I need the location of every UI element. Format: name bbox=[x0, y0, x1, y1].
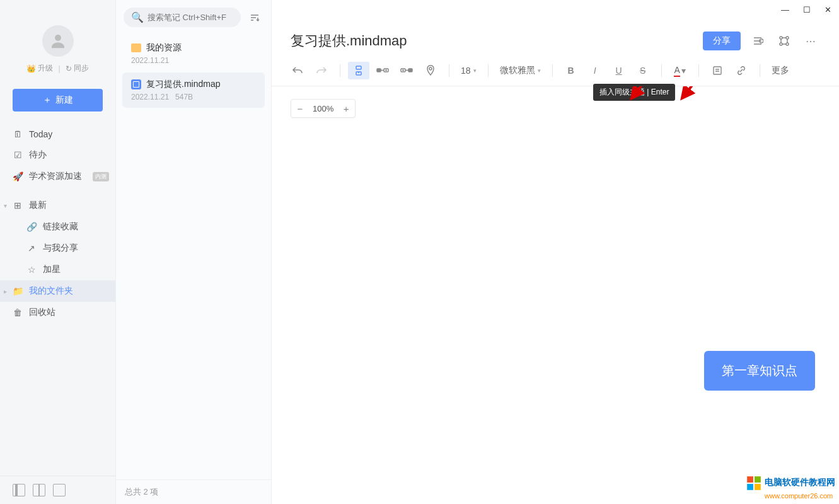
svg-point-12 bbox=[429, 67, 432, 70]
redo-button[interactable] bbox=[311, 62, 332, 79]
svg-rect-13 bbox=[714, 67, 721, 74]
file-item-folder[interactable]: 我的资源 2022.11.21 bbox=[122, 36, 265, 71]
zoom-level: 100% bbox=[309, 104, 337, 113]
nav-shared[interactable]: ↗与我分享 bbox=[0, 238, 115, 259]
grid-icon: ⊞ bbox=[13, 200, 23, 210]
nav-recent[interactable]: ▾⊞最新 bbox=[0, 195, 115, 216]
mindmap-root-node[interactable]: 第一章知识点 bbox=[704, 351, 815, 391]
graph-icon[interactable] bbox=[775, 32, 794, 50]
share-button[interactable]: 分享 bbox=[703, 32, 741, 50]
nav-my-folder[interactable]: ▸📁我的文件夹 bbox=[0, 280, 115, 302]
link-button[interactable] bbox=[731, 62, 752, 79]
underline-button[interactable]: U bbox=[608, 62, 630, 79]
link-icon: 🔗 bbox=[26, 222, 37, 232]
outline-icon[interactable] bbox=[748, 32, 767, 50]
annotation-arrow-2 bbox=[675, 86, 763, 105]
close-button[interactable]: ✕ bbox=[825, 5, 831, 14]
svg-rect-17 bbox=[747, 476, 753, 483]
note-button[interactable] bbox=[707, 62, 728, 79]
mindmap-canvas[interactable]: − 100% + 第一章知识点 知识点1 知识点2 bbox=[272, 86, 839, 504]
svg-point-0 bbox=[55, 35, 61, 41]
svg-line-15 bbox=[686, 86, 751, 93]
strike-button[interactable]: S bbox=[632, 62, 654, 79]
svg-point-3 bbox=[786, 37, 789, 39]
nav-starred[interactable]: ☆加星 bbox=[0, 259, 115, 280]
chevron-right-icon: ▸ bbox=[4, 288, 7, 295]
layout-3-icon[interactable] bbox=[53, 484, 66, 496]
file-list-panel: 🔍 我的资源 2022.11.21 复习提供.mindmap 2022.11.2… bbox=[116, 0, 272, 504]
more-button[interactable]: 更多 bbox=[768, 65, 793, 76]
italic-button[interactable]: I bbox=[584, 62, 606, 79]
file-count: 总共 2 项 bbox=[116, 479, 271, 504]
calendar-icon: 🗓 bbox=[13, 129, 23, 139]
svg-rect-19 bbox=[747, 484, 753, 490]
zoom-out-button[interactable]: − bbox=[291, 100, 309, 117]
layout-2-icon[interactable] bbox=[33, 484, 45, 496]
svg-point-5 bbox=[786, 43, 789, 45]
avatar[interactable] bbox=[42, 25, 74, 57]
upgrade-link[interactable]: 👑 升级 bbox=[26, 63, 53, 74]
mindmap-icon bbox=[131, 79, 141, 89]
nav-links[interactable]: 🔗链接收藏 bbox=[0, 216, 115, 238]
doc-title[interactable]: 复习提供.mindmap bbox=[291, 32, 695, 50]
svg-rect-20 bbox=[755, 484, 761, 490]
folder-icon bbox=[131, 43, 141, 52]
nav-trash[interactable]: 🗑回收站 bbox=[0, 302, 115, 323]
watermark: 电脑软硬件教程网 www.computer26.com bbox=[746, 475, 835, 500]
svg-point-4 bbox=[780, 43, 782, 45]
insert-parent-button[interactable] bbox=[396, 62, 417, 79]
rocket-icon: 🚀 bbox=[13, 171, 23, 181]
check-icon: ☑ bbox=[13, 150, 23, 160]
new-button[interactable]: ＋ 新建 bbox=[13, 89, 103, 112]
plus-icon: ＋ bbox=[43, 94, 52, 106]
svg-point-2 bbox=[780, 37, 782, 39]
star-icon: ☆ bbox=[26, 265, 37, 275]
annotation-arrow-1 bbox=[625, 86, 713, 105]
layout-1-icon[interactable] bbox=[13, 484, 25, 496]
main-area: — ☐ ✕ 复习提供.mindmap 分享 ⋯ 18▾ 微软雅黑▾ B I bbox=[272, 0, 839, 504]
search-box[interactable]: 🔍 bbox=[124, 8, 241, 27]
more-icon[interactable]: ⋯ bbox=[801, 32, 820, 50]
minimize-button[interactable]: — bbox=[781, 5, 789, 14]
insert-sibling-button[interactable] bbox=[348, 62, 369, 79]
search-icon: 🔍 bbox=[131, 11, 144, 23]
toolbar: 18▾ 微软雅黑▾ B I U S A▾ 更多 插入同级主题 | Enter bbox=[272, 58, 839, 86]
nav-today[interactable]: 🗓Today bbox=[0, 124, 115, 144]
svg-rect-8 bbox=[377, 69, 381, 72]
maximize-button[interactable]: ☐ bbox=[803, 5, 811, 14]
search-input[interactable] bbox=[148, 13, 233, 22]
trash-icon: 🗑 bbox=[13, 307, 23, 318]
badge: 内测 bbox=[93, 172, 109, 181]
svg-line-14 bbox=[636, 86, 700, 93]
marker-button[interactable] bbox=[420, 62, 441, 79]
font-family-select[interactable]: 微软雅黑▾ bbox=[496, 65, 545, 76]
undo-button[interactable] bbox=[287, 62, 308, 79]
font-color-button[interactable]: A▾ bbox=[669, 62, 691, 79]
left-sidebar: 👑 升级 | ↻ 同步 ＋ 新建 🗓Today ☑待办 🚀学术资源加速内测 ▾⊞… bbox=[0, 0, 116, 504]
nav-academic[interactable]: 🚀学术资源加速内测 bbox=[0, 166, 115, 187]
chevron-down-icon: ▾ bbox=[4, 202, 7, 209]
folder-icon: 📁 bbox=[13, 286, 23, 296]
font-size-select[interactable]: 18▾ bbox=[457, 66, 480, 76]
share-icon: ↗ bbox=[26, 243, 37, 253]
file-item-mindmap[interactable]: 复习提供.mindmap 2022.11.21547B bbox=[122, 72, 265, 108]
svg-rect-11 bbox=[408, 69, 412, 72]
svg-rect-6 bbox=[356, 66, 361, 69]
zoom-control: − 100% + bbox=[291, 99, 356, 118]
watermark-logo bbox=[746, 475, 762, 491]
nav-todo[interactable]: ☑待办 bbox=[0, 144, 115, 166]
sort-button[interactable] bbox=[246, 9, 263, 26]
svg-rect-18 bbox=[755, 476, 761, 483]
bold-button[interactable]: B bbox=[560, 62, 582, 79]
insert-child-button[interactable] bbox=[372, 62, 393, 79]
zoom-in-button[interactable]: + bbox=[337, 100, 355, 117]
sync-link[interactable]: ↻ 同步 bbox=[66, 63, 89, 74]
